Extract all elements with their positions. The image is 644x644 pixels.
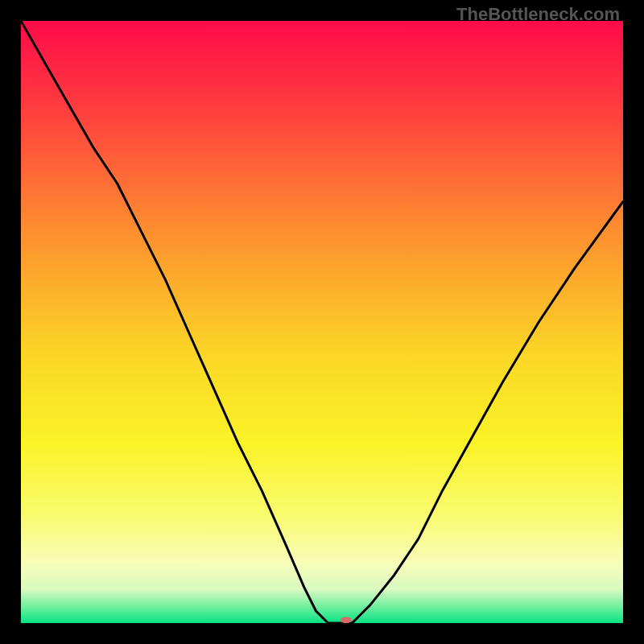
minimum-marker (341, 617, 352, 623)
watermark-text: TheBottleneck.com (456, 4, 620, 25)
plot-area (21, 21, 623, 623)
gradient-background (21, 21, 623, 623)
chart-svg (21, 21, 623, 623)
chart-container: TheBottleneck.com (0, 0, 644, 644)
